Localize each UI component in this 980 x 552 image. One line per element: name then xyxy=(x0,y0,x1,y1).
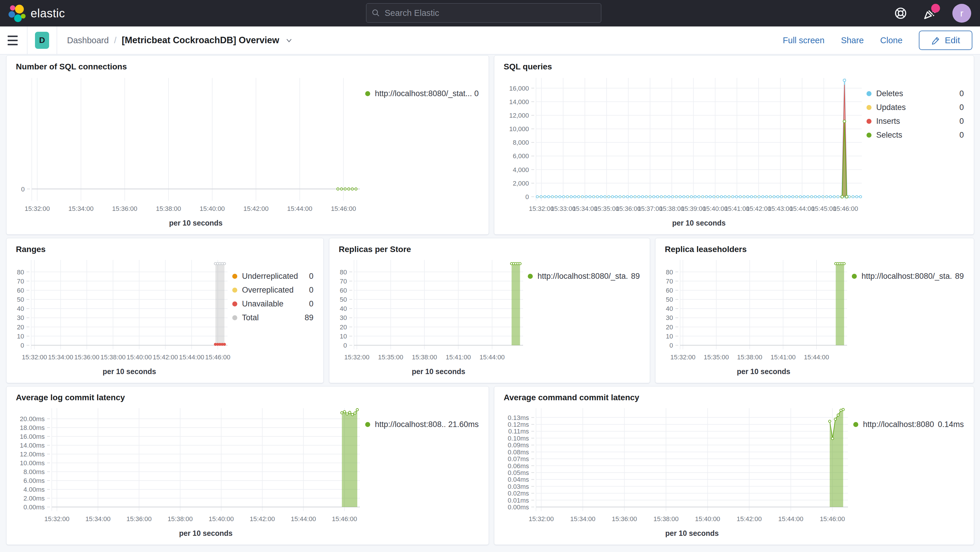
svg-text:15:33:00: 15:33:00 xyxy=(550,205,576,212)
notification-dot xyxy=(931,4,940,13)
legend-item[interactable]: Updates0 xyxy=(867,103,964,112)
legend-item[interactable]: Unavailable0 xyxy=(232,299,313,309)
global-search[interactable] xyxy=(366,3,601,23)
menu-button[interactable] xyxy=(8,27,27,54)
svg-text:16,000: 16,000 xyxy=(509,85,529,92)
legend-dot xyxy=(365,91,370,96)
svg-text:per 10 seconds: per 10 seconds xyxy=(179,529,232,537)
svg-text:50: 50 xyxy=(666,296,673,303)
chevron-down-icon[interactable] xyxy=(285,36,293,45)
legend-item[interactable]: http://localhost:8080/_sta...89 xyxy=(852,272,964,281)
legend-label: http://localhost:8080/_stat... xyxy=(375,89,471,98)
svg-text:4.00ms: 4.00ms xyxy=(24,486,45,493)
svg-text:40: 40 xyxy=(666,305,673,312)
sql-queries-chart[interactable]: 02,0004,0006,0008,00010,00012,00014,0001… xyxy=(500,72,867,230)
legend-item[interactable]: http://localhost:8080...0.14ms xyxy=(853,420,964,429)
svg-text:0.10ms: 0.10ms xyxy=(508,435,529,442)
news-button[interactable] xyxy=(923,6,937,20)
svg-text:40: 40 xyxy=(340,305,347,312)
legend-item[interactable]: Inserts0 xyxy=(867,117,964,126)
legend-value: 0 xyxy=(309,299,313,309)
log-commit-latency-chart[interactable]: 0.00ms2.00ms4.00ms6.00ms8.00ms10.00ms12.… xyxy=(12,403,365,540)
legend-item[interactable]: http://localhost:808...21.60ms xyxy=(365,420,479,429)
dashboard-app-badge[interactable]: D xyxy=(35,32,49,49)
svg-text:15:37:00: 15:37:00 xyxy=(638,205,663,212)
legend-item[interactable]: Selects0 xyxy=(867,130,964,140)
svg-text:50: 50 xyxy=(340,296,347,303)
legend-item[interactable]: Deletes0 xyxy=(867,89,964,98)
svg-text:15:35:00: 15:35:00 xyxy=(378,353,403,361)
replica-leaseholders-chart[interactable]: 0102030405060708015:32:0015:35:0015:38:0… xyxy=(661,255,852,378)
legend-dot xyxy=(853,422,858,427)
legend-value: 0 xyxy=(959,103,964,112)
logo-text: elastic xyxy=(30,7,65,20)
svg-text:8,000: 8,000 xyxy=(513,139,529,146)
legend-item[interactable]: Total89 xyxy=(232,313,313,322)
legend-item[interactable]: Underreplicated0 xyxy=(232,272,313,281)
share-button[interactable]: Share xyxy=(841,36,864,45)
panel-replicas-per-store: Replicas per Store 0102030405060708015:3… xyxy=(329,238,650,383)
ranges-chart[interactable]: 0102030405060708015:32:0015:34:0015:36:0… xyxy=(12,255,232,378)
clone-button[interactable]: Clone xyxy=(880,36,903,45)
svg-text:15:38:00: 15:38:00 xyxy=(100,353,126,361)
search-input[interactable] xyxy=(384,8,596,18)
svg-text:15:34:00: 15:34:00 xyxy=(572,205,597,212)
svg-text:0.02ms: 0.02ms xyxy=(508,490,529,497)
svg-text:10,000: 10,000 xyxy=(509,125,529,133)
panel-average-command-commit-latency: Average command commit latency 0.00ms0.0… xyxy=(494,386,974,545)
svg-text:15:36:00: 15:36:00 xyxy=(112,205,137,212)
breadcrumb-dashboard[interactable]: Dashboard xyxy=(67,36,109,45)
svg-text:0.00ms: 0.00ms xyxy=(24,503,45,511)
svg-text:15:40:00: 15:40:00 xyxy=(209,515,234,523)
svg-text:15:32:00: 15:32:00 xyxy=(670,353,696,361)
legend-item[interactable]: http://localhost:8080/_sta...89 xyxy=(528,272,640,281)
legend-item[interactable]: http://localhost:8080/_stat...0 xyxy=(365,89,479,98)
svg-text:15:38:00: 15:38:00 xyxy=(659,205,684,212)
legend-dot xyxy=(528,274,533,279)
legend-value: 0 xyxy=(959,89,964,98)
edit-button[interactable]: Edit xyxy=(919,30,972,50)
page-title: [Metricbeat CockroachDB] Overview xyxy=(122,35,279,46)
elastic-logo[interactable]: elastic xyxy=(8,4,65,22)
svg-text:15:46:00: 15:46:00 xyxy=(833,205,858,212)
svg-text:0: 0 xyxy=(525,193,529,200)
svg-text:0: 0 xyxy=(344,342,347,349)
svg-text:15:38:00: 15:38:00 xyxy=(737,353,762,361)
svg-text:15:34:00: 15:34:00 xyxy=(68,205,94,212)
replicas-per-store-chart[interactable]: 0102030405060708015:32:0015:35:0015:38:0… xyxy=(335,255,528,378)
svg-text:20.00ms: 20.00ms xyxy=(20,415,45,423)
svg-text:10: 10 xyxy=(666,332,673,340)
svg-text:80: 80 xyxy=(340,269,347,276)
sql-connections-chart[interactable]: 015:32:0015:34:0015:36:0015:38:0015:40:0… xyxy=(12,72,365,230)
edit-button-label: Edit xyxy=(945,35,960,45)
svg-text:0.11ms: 0.11ms xyxy=(508,428,529,435)
svg-text:0.07ms: 0.07ms xyxy=(508,455,529,463)
legend-dot xyxy=(232,315,237,320)
svg-text:15:38:00: 15:38:00 xyxy=(156,205,181,212)
svg-text:60: 60 xyxy=(666,287,673,294)
svg-text:20: 20 xyxy=(17,323,24,331)
svg-text:14.00ms: 14.00ms xyxy=(20,442,45,449)
svg-text:15:44:00: 15:44:00 xyxy=(789,205,815,212)
svg-text:10.00ms: 10.00ms xyxy=(20,459,45,467)
legend-item[interactable]: Overreplicated0 xyxy=(232,286,313,295)
command-commit-latency-chart[interactable]: 0.00ms0.01ms0.02ms0.03ms0.04ms0.05ms0.06… xyxy=(500,403,853,540)
svg-text:15:40:00: 15:40:00 xyxy=(127,353,152,361)
svg-text:15:36:00: 15:36:00 xyxy=(126,515,152,523)
svg-text:15:40:00: 15:40:00 xyxy=(200,205,225,212)
svg-text:40: 40 xyxy=(17,305,24,312)
legend-value: 89 xyxy=(955,272,964,281)
svg-text:8.00ms: 8.00ms xyxy=(24,468,45,476)
legend-label: Selects xyxy=(876,130,956,140)
legend-value: 21.60ms xyxy=(448,420,479,429)
full-screen-button[interactable]: Full screen xyxy=(783,36,824,45)
app-header: elastic xyxy=(0,0,980,27)
svg-text:15:42:00: 15:42:00 xyxy=(746,205,771,212)
legend-value: 89 xyxy=(631,272,640,281)
legend-value: 0 xyxy=(474,89,479,98)
legend-label: Underreplicated xyxy=(242,272,306,281)
panel-ranges: Ranges 0102030405060708015:32:0015:34:00… xyxy=(6,238,324,383)
svg-text:15:46:00: 15:46:00 xyxy=(332,515,357,523)
avatar[interactable]: r xyxy=(952,4,971,23)
help-button[interactable] xyxy=(894,6,908,20)
